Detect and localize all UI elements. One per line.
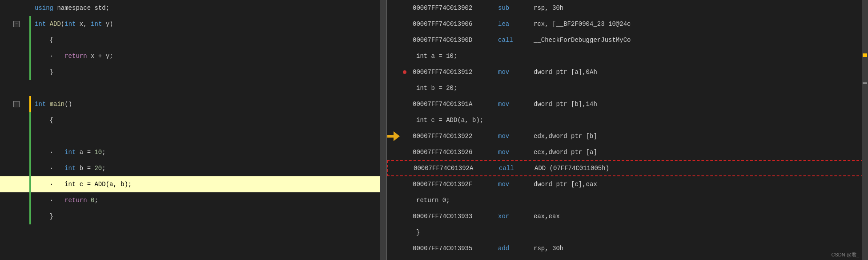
disasm-mnem: xor: [498, 213, 534, 220]
disasm-ops: rsp, 30h: [534, 4, 868, 12]
disasm-addr: 00007FF74C013922: [409, 133, 498, 140]
disasm-comment-line: int a = 10;: [387, 48, 868, 64]
keyword: int: [35, 20, 46, 28]
disasm-addr: 00007FF74C013935: [409, 245, 498, 252]
function-name: ADD: [94, 181, 105, 188]
disasm-line: 00007FF74C01390D call __CheckForDebugger…: [387, 32, 868, 48]
disasm-addr: 00007FF74C01392A: [410, 165, 499, 172]
keyword: int: [64, 165, 76, 172]
left-panel: using namespace std; − int ADD(int x, in…: [0, 0, 387, 260]
code-content: · int b = 20;: [31, 160, 386, 176]
disasm-addr: 00007FF74C013912: [409, 69, 498, 76]
disasm-mnem: lea: [498, 20, 534, 28]
code-line: · return 0;: [0, 192, 386, 208]
disasm-ops: edx,dword ptr [b]: [534, 133, 868, 140]
svg-rect-0: [387, 135, 394, 138]
disasm-comment-line: }: [387, 224, 868, 240]
code-content: {: [31, 32, 386, 48]
disasm-addr: 00007FF74C013926: [409, 149, 498, 156]
code-line: {: [0, 112, 386, 128]
disasm-area: 00007FF74C013902 sub rsp, 30h 00007FF74C…: [387, 0, 868, 256]
disasm-comment-text: }: [409, 229, 420, 236]
disasm-line: 00007FF74C013906 lea rcx, [__BF2F0904_23…: [387, 16, 868, 32]
disasm-line: 00007FF74C013933 xor eax,eax: [387, 208, 868, 224]
scroll-indicator: [863, 82, 867, 84]
code-content: using namespace std;: [31, 0, 386, 16]
code-line: [0, 80, 386, 96]
code-line: }: [0, 64, 386, 80]
code-content: · return x + y;: [31, 48, 386, 64]
disasm-comment-text: int a = 10;: [409, 53, 457, 60]
fold-indicator[interactable]: −: [13, 101, 20, 107]
code-line: [0, 128, 386, 144]
disasm-ops: rcx, [__BF2F0904_23 10@24c: [534, 20, 868, 28]
keyword: int: [64, 181, 76, 188]
code-content: · return 0;: [31, 192, 386, 208]
code-area: using namespace std; − int ADD(int x, in…: [0, 0, 386, 224]
disasm-addr: 00007FF74C01391A: [409, 101, 498, 108]
code-content: [31, 128, 386, 144]
disasm-addr: 00007FF74C013933: [409, 213, 498, 220]
disasm-line: 00007FF74C013926 mov ecx,dword ptr [a]: [387, 144, 868, 160]
code-content: int ADD(int x, int y): [31, 16, 386, 32]
function-name: ADD: [50, 20, 61, 28]
keyword: int: [35, 101, 46, 108]
disasm-ops: __CheckForDebuggerJustMyCo: [534, 37, 868, 44]
disasm-mnem: mov: [498, 149, 534, 156]
disasm-ops: ADD (07FF74C011005h): [534, 165, 867, 172]
code-content: · int a = 10;: [31, 144, 386, 160]
code-line: · int b = 20;: [0, 160, 386, 176]
disasm-ops: ecx,dword ptr [a]: [534, 149, 868, 156]
code-content: int main(): [31, 96, 386, 112]
disasm-mnem: sub: [498, 4, 534, 12]
current-arrow-icon: [387, 131, 400, 141]
arrow-indicator: [387, 131, 400, 141]
disasm-line: 00007FF74C013912 mov dword ptr [a],0Ah: [387, 64, 868, 80]
code-line: {: [0, 32, 386, 48]
side-markers: [400, 70, 409, 74]
disasm-line: 00007FF74C013935 add rsp, 30h: [387, 240, 868, 256]
disasm-line: 00007FF74C013902 sub rsp, 30h: [387, 0, 868, 16]
number: 10: [94, 149, 102, 156]
disasm-comment-text: return 0;: [409, 197, 450, 204]
disasm-mnem: call: [498, 37, 534, 44]
line-gutter: −: [0, 101, 22, 107]
disasm-mnem: add: [498, 245, 534, 252]
code-content: [31, 80, 386, 96]
disasm-addr: 00007FF74C013906: [409, 20, 498, 28]
disasm-mnem: mov: [498, 101, 534, 108]
disasm-addr: 00007FF74C01390D: [409, 37, 498, 44]
keyword-return: return: [64, 53, 87, 60]
disasm-addr: 00007FF74C01392F: [409, 181, 498, 188]
right-scrollbar[interactable]: [862, 0, 868, 260]
function-name: main: [50, 101, 65, 108]
fold-indicator[interactable]: −: [13, 21, 20, 27]
watermark: CSDN @君_: [831, 252, 859, 258]
disasm-comment-line: return 0;: [387, 192, 868, 208]
scroll-thumb: [863, 53, 867, 57]
disasm-ops: rsp, 30h: [534, 245, 868, 252]
disasm-ops: dword ptr [a],0Ah: [534, 69, 868, 76]
keyword: int: [64, 20, 76, 28]
disasm-comment-text: int c = ADD(a, b);: [409, 117, 483, 124]
left-scrollbar[interactable]: [380, 0, 386, 260]
keyword: int: [91, 20, 102, 28]
disasm-ops: dword ptr [b],14h: [534, 101, 868, 108]
disasm-mnem: call: [499, 165, 534, 172]
keyword: int: [64, 149, 76, 156]
code-line: using namespace std;: [0, 0, 386, 16]
keyword: using: [35, 4, 53, 12]
code-content: }: [31, 64, 386, 80]
disasm-comment-line: int c = ADD(a, b);: [387, 112, 868, 128]
code-content: · int c = ADD(a, b);: [31, 176, 386, 192]
disasm-comment-text: int b = 20;: [409, 85, 457, 92]
code-line: − int ADD(int x, int y): [0, 16, 386, 32]
disasm-ops: dword ptr [c],eax: [534, 181, 868, 188]
disasm-line: 00007FF74C01392F mov dword ptr [c],eax: [387, 176, 868, 192]
right-panel: 00007FF74C013902 sub rsp, 30h 00007FF74C…: [387, 0, 868, 260]
line-gutter: −: [0, 21, 22, 27]
svg-marker-1: [394, 131, 400, 141]
disasm-addr: 00007FF74C013902: [409, 4, 498, 12]
disasm-comment-line: int b = 20;: [387, 80, 868, 96]
code-line-highlighted: · int c = ADD(a, b);: [0, 176, 386, 192]
